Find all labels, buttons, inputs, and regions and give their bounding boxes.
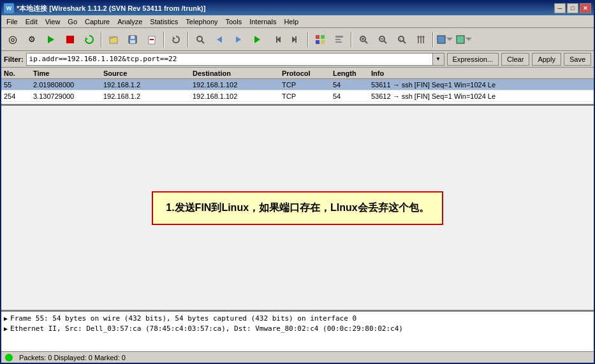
svg-marker-13 <box>236 36 241 43</box>
menu-go[interactable]: Go <box>64 17 81 27</box>
menu-tools[interactable]: Tools <box>222 17 246 27</box>
bottom-panel: ▶ Frame 55: 54 bytes on wire (432 bits),… <box>1 310 594 351</box>
packet-info-254: 53612 → ssh [FIN] Seq=1 Win=1024 Le <box>371 92 594 100</box>
svg-rect-26 <box>335 41 342 43</box>
first-packet-button[interactable] <box>268 31 286 48</box>
main-content-area: 1.发送FIN到Linux，如果端口存在，LInux会丢弃这个包。 <box>1 106 594 310</box>
window-title: *本地连接 [Wireshark 1.11.2 (SVN Rev 53411 f… <box>17 4 205 13</box>
auto-size-button[interactable] <box>330 31 348 48</box>
packet-list-header: No. Time Source Destination Protocol Len… <box>1 68 594 79</box>
svg-marker-42 <box>446 38 453 41</box>
menu-file[interactable]: File <box>3 17 22 27</box>
menu-telephony[interactable]: Telephony <box>182 17 221 27</box>
packet-row[interactable]: 55 2.019808000 192.168.1.2 192.168.1.102… <box>1 79 594 91</box>
app-window: W *本地连接 [Wireshark 1.11.2 (SVN Rev 53411… <box>0 0 595 364</box>
svg-rect-24 <box>335 36 343 38</box>
filter-dropdown-button[interactable]: ▼ <box>433 53 444 66</box>
status-bar: Packets: 0 Displayed: 0 Marked: 0 <box>1 351 594 363</box>
svg-point-10 <box>197 36 202 41</box>
svg-rect-20 <box>316 35 320 39</box>
toolbar-sep-1 <box>101 32 102 47</box>
svg-marker-0 <box>48 36 54 43</box>
packet-src-55: 192.168.1.2 <box>103 81 193 89</box>
restart-capture-button[interactable] <box>80 31 98 48</box>
maximize-button[interactable]: □ <box>567 3 578 13</box>
window-controls: ─ □ ✕ <box>554 3 591 13</box>
annotation-box: 1.发送FIN到Linux，如果端口存在，LInux会丢弃这个包。 <box>152 191 443 225</box>
header-no: No. <box>1 69 33 77</box>
resize-columns-button[interactable] <box>412 31 430 48</box>
filter-input[interactable] <box>26 53 433 66</box>
svg-line-11 <box>202 41 204 43</box>
packet-proto-55: TCP <box>282 81 333 89</box>
filter-label: Filter: <box>4 55 24 63</box>
svg-marker-14 <box>255 36 260 43</box>
detail-text-2: Ethernet II, Src: Dell_03:57:ca (78:45:c… <box>10 324 403 333</box>
detail-text-1: Frame 55: 54 bytes on wire (432 bits), 5… <box>10 314 356 323</box>
interface-button[interactable]: ◎ <box>4 31 22 48</box>
svg-rect-21 <box>321 35 325 39</box>
packet-dst-254: 192.168.1.102 <box>193 92 282 100</box>
menu-bar: File Edit View Go Capture Analyze Statis… <box>1 15 594 28</box>
save-filter-button[interactable]: Save <box>564 53 591 66</box>
toolbar-sep-5 <box>351 32 352 47</box>
status-text: Packets: 0 Displayed: 0 Marked: 0 <box>19 354 126 361</box>
find-packet-button[interactable] <box>191 31 209 48</box>
expand-icon-2[interactable]: ▶ <box>4 325 8 332</box>
toolbar-sep-6 <box>432 32 434 47</box>
stop-capture-button[interactable] <box>61 31 79 48</box>
menu-edit[interactable]: Edit <box>22 17 41 27</box>
packet-len-55: 54 <box>333 81 371 89</box>
toolbar: ◎ ⚙ <box>1 28 594 51</box>
packet-no-55: 55 <box>1 81 33 89</box>
expression-button[interactable]: Expression... <box>447 53 499 66</box>
packet-time-254: 3.130729000 <box>33 92 103 100</box>
packet-no-254: 254 <box>1 92 33 100</box>
menu-capture[interactable]: Capture <box>81 17 114 27</box>
svg-marker-44 <box>466 38 472 41</box>
svg-rect-41 <box>437 36 445 43</box>
packet-src-254: 192.168.1.2 <box>103 92 193 100</box>
svg-line-28 <box>365 41 367 43</box>
save-file-button[interactable] <box>124 31 142 48</box>
menu-analyze[interactable]: Analyze <box>114 17 146 27</box>
go-forward-button[interactable] <box>230 31 247 48</box>
close-button[interactable]: ✕ <box>580 3 591 13</box>
packet-row[interactable]: 254 3.130729000 192.168.1.2 192.168.1.10… <box>1 91 594 102</box>
last-packet-button[interactable] <box>287 31 305 48</box>
normal-zoom-button[interactable]: 1:1 <box>393 31 411 48</box>
svg-text:1:1: 1:1 <box>399 38 405 41</box>
packet-list: No. Time Source Destination Protocol Len… <box>1 68 594 106</box>
apply-filter-button[interactable]: Apply <box>532 53 561 66</box>
reload-button[interactable] <box>167 31 185 48</box>
goto-packet-button[interactable] <box>249 31 267 48</box>
colorize-button[interactable] <box>311 31 329 48</box>
go-back-button[interactable] <box>210 31 228 48</box>
menu-help[interactable]: Help <box>280 17 302 27</box>
svg-rect-22 <box>316 40 320 44</box>
svg-rect-1 <box>66 36 74 43</box>
close-file-button[interactable] <box>143 31 161 48</box>
svg-rect-23 <box>321 40 325 44</box>
clear-filter-button[interactable]: Clear <box>501 53 529 66</box>
menu-view[interactable]: View <box>41 17 64 27</box>
svg-rect-43 <box>457 36 464 43</box>
packet-info-55: 53611 → ssh [FIN] Seq=1 Win=1024 Le <box>371 81 594 89</box>
open-file-button[interactable] <box>105 31 122 48</box>
capture-filters-button[interactable] <box>436 31 454 48</box>
expand-icon-1[interactable]: ▶ <box>4 315 8 322</box>
svg-rect-6 <box>130 40 135 43</box>
zoom-in-button[interactable] <box>355 31 372 48</box>
filter-input-wrap: ▼ <box>26 53 444 66</box>
header-source: Source <box>103 69 193 77</box>
minimize-button[interactable]: ─ <box>554 3 566 13</box>
display-filters-button[interactable] <box>455 31 473 48</box>
toolbar-sep-4 <box>307 32 309 47</box>
detail-row-2: ▶ Ethernet II, Src: Dell_03:57:ca (78:45… <box>4 323 591 333</box>
start-capture-button[interactable] <box>42 31 60 48</box>
zoom-out-button[interactable] <box>374 31 392 48</box>
packet-len-254: 54 <box>333 92 371 100</box>
menu-internals[interactable]: Internals <box>246 17 280 27</box>
capture-options-button[interactable]: ⚙ <box>23 31 41 48</box>
menu-statistics[interactable]: Statistics <box>146 17 182 27</box>
